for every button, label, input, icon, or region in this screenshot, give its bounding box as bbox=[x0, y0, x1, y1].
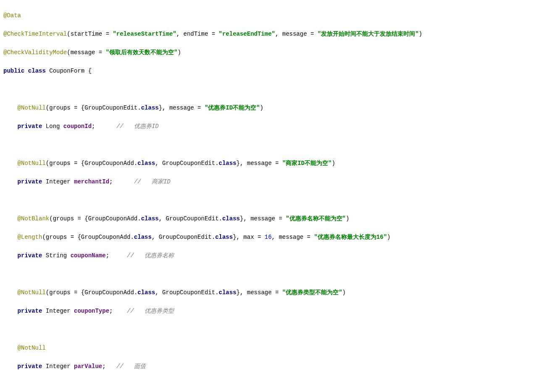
code-line bbox=[3, 325, 555, 334]
code-line: private Integer merchantId; // 商家ID bbox=[3, 177, 555, 186]
code-line: public class CouponForm { bbox=[3, 66, 555, 76]
annotation-data: @Data bbox=[3, 12, 21, 19]
annotation-check-time: @CheckTimeInterval bbox=[3, 31, 67, 37]
code-line: @CheckValidityMode(message = "领取后有效天数不能为… bbox=[3, 48, 555, 57]
code-line: @NotBlank(groups = {GroupCouponAdd.class… bbox=[3, 214, 555, 223]
code-line: @NotNull(groups = {GroupCouponAdd.class,… bbox=[3, 288, 555, 297]
code-line: @Length(groups = {GroupCouponAdd.class, … bbox=[3, 233, 555, 242]
code-line: @Data bbox=[3, 11, 555, 20]
code-line: private String couponName; // 优惠券名称 bbox=[3, 251, 555, 260]
code-line: private Integer parValue; // 面值 bbox=[3, 362, 555, 371]
code-line: private Long couponId; // 优惠券ID bbox=[3, 122, 555, 131]
code-line: @NotNull(groups = {GroupCouponEdit.class… bbox=[3, 103, 555, 112]
annotation-check-validity: @CheckValidityMode bbox=[3, 49, 67, 56]
code-line: private Integer couponType; // 优惠券类型 bbox=[3, 306, 555, 316]
code-line bbox=[3, 196, 555, 205]
code-line bbox=[3, 85, 555, 94]
code-editor[interactable]: @Data @CheckTimeInterval(startTime = "re… bbox=[0, 0, 555, 392]
code-line bbox=[3, 140, 555, 149]
code-line bbox=[3, 269, 555, 279]
code-line: @NotNull(groups = {GroupCouponAdd.class,… bbox=[3, 159, 555, 168]
code-line bbox=[3, 380, 555, 389]
code-line: @CheckTimeInterval(startTime = "releaseS… bbox=[3, 29, 555, 39]
code-line: @NotNull bbox=[3, 343, 555, 353]
